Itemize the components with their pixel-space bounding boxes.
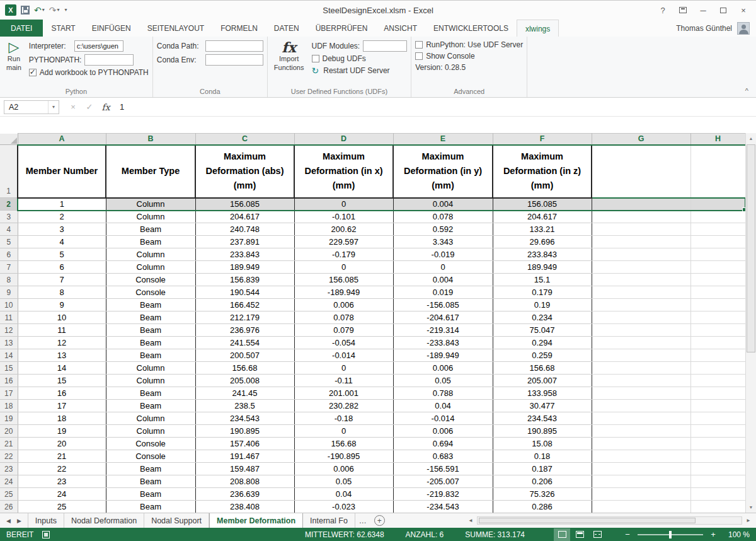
cell[interactable]: Column [106,362,195,375]
empty-cell[interactable] [690,349,745,362]
udf-modules-input[interactable] [363,40,407,52]
cell[interactable]: 157.406 [195,438,294,450]
minimize-button[interactable]: ─ [694,3,712,17]
status-stat[interactable]: MITTELWERT: 62.6348 [305,530,384,539]
cell[interactable]: 230.282 [294,400,393,412]
cell[interactable]: -0.019 [393,248,493,261]
cell[interactable]: Beam [106,349,195,362]
cell[interactable]: 204.617 [195,211,294,223]
cell[interactable]: 0.18 [493,450,592,463]
cell[interactable]: 21 [18,450,106,463]
qat-customize-button[interactable]: ▾ [64,8,67,13]
undo-caret-icon[interactable]: ▾ [42,8,45,13]
formula-input[interactable]: 1 [113,102,756,112]
empty-cell[interactable] [690,248,745,261]
cell[interactable]: 156.839 [195,274,294,286]
scroll-down-icon[interactable]: ▼ [746,502,756,513]
cell[interactable]: 0.004 [393,274,493,286]
empty-cell[interactable] [690,450,745,463]
header-cell[interactable]: Maximum Deformation (in z) (mm) [493,145,592,198]
cell[interactable]: Column [106,425,195,438]
empty-cell[interactable] [592,438,690,450]
cell[interactable]: -156.591 [393,463,493,475]
cell[interactable]: -205.007 [393,475,493,488]
collapse-ribbon-button[interactable]: ^ [745,87,748,95]
empty-cell[interactable] [690,475,745,488]
vertical-scrollbar-thumb[interactable] [747,144,755,352]
sheet-tab-member-deformation[interactable]: Member Deformation [209,513,303,528]
empty-cell[interactable] [690,211,745,223]
sheet-tab-inputs[interactable]: Inputs [28,513,64,528]
cell[interactable]: -204.617 [393,311,493,324]
empty-cell[interactable] [690,425,745,438]
conda-env-input[interactable] [205,54,263,66]
ribbon-tab-daten[interactable]: DATEN [266,20,307,37]
ribbon-tab-xlwings[interactable]: xlwings [517,20,559,37]
cell[interactable]: 0 [294,261,393,274]
cell[interactable]: -233.843 [393,337,493,349]
row-header-14[interactable]: 14 [0,349,18,362]
cell[interactable]: -0.179 [294,248,393,261]
cell[interactable]: 30.477 [493,400,592,412]
cell[interactable]: Console [106,286,195,299]
status-stat[interactable]: SUMME: 313.174 [465,530,525,539]
empty-cell[interactable] [690,375,745,387]
cell[interactable]: 237.891 [195,236,294,248]
next-sheet-icon[interactable]: ▶ [17,518,21,524]
close-button[interactable]: × [735,3,752,17]
cell[interactable]: 8 [18,286,106,299]
empty-cell[interactable] [592,387,690,400]
cell[interactable]: Beam [106,236,195,248]
cell[interactable]: 205.007 [493,375,592,387]
avatar[interactable] [737,22,750,35]
ribbon-tab-entwicklertools[interactable]: ENTWICKLERTOOLS [425,20,517,37]
column-header-D[interactable]: D [294,134,393,145]
normal-view-button[interactable] [554,528,570,541]
cell[interactable]: 0.019 [393,286,493,299]
empty-cell[interactable] [592,450,690,463]
cell[interactable]: 156.68 [294,438,393,450]
cell[interactable]: 3 [18,223,106,236]
row-header-5[interactable]: 5 [0,236,18,248]
empty-cell[interactable] [690,299,745,311]
cell[interactable]: 0.006 [393,425,493,438]
cell[interactable]: 22 [18,463,106,475]
cell[interactable]: 233.843 [493,248,592,261]
column-header-G[interactable]: G [592,134,690,145]
column-header-E[interactable]: E [393,134,493,145]
row-header-21[interactable]: 21 [0,438,18,450]
cell[interactable]: -0.11 [294,375,393,387]
account-area[interactable]: Thomas Günthel [676,20,756,37]
cell[interactable]: Beam [106,299,195,311]
cell[interactable]: Console [106,450,195,463]
row-header-10[interactable]: 10 [0,299,18,311]
interpreter-input[interactable] [74,40,123,52]
cell[interactable]: 156.085 [294,274,393,286]
ribbon-display-options-button[interactable] [674,3,692,17]
cell[interactable]: -189.949 [393,349,493,362]
cell[interactable]: 0.187 [493,463,592,475]
scroll-right-icon[interactable]: ► [742,518,755,523]
page-break-view-button[interactable] [589,528,605,541]
cell[interactable]: 166.452 [195,299,294,311]
row-header-26[interactable]: 26 [0,501,18,513]
cell[interactable]: Console [106,274,195,286]
empty-cell[interactable] [690,488,745,501]
row-header-9[interactable]: 9 [0,286,18,299]
empty-cell[interactable] [592,463,690,475]
cell[interactable]: 5 [18,248,106,261]
cell[interactable]: 0.078 [393,211,493,223]
cell[interactable]: Beam [106,400,195,412]
empty-cell[interactable] [690,274,745,286]
cell[interactable]: 156.68 [195,362,294,375]
cell[interactable]: 0.079 [294,324,393,337]
cell[interactable]: -189.949 [294,286,393,299]
ribbon-tab-ansicht[interactable]: ANSICHT [375,20,425,37]
cell[interactable]: Beam [106,387,195,400]
row-header-25[interactable]: 25 [0,488,18,501]
empty-cell[interactable] [592,248,690,261]
cell[interactable]: Column [106,375,195,387]
cell[interactable]: 0.259 [493,349,592,362]
zoom-out-button[interactable]: − [623,530,632,539]
row-header-16[interactable]: 16 [0,375,18,387]
